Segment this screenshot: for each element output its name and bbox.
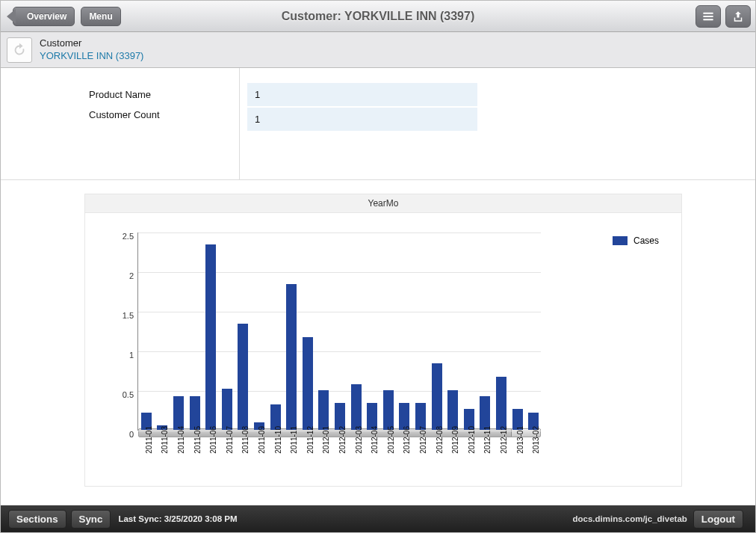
chart-bar[interactable] [222, 389, 232, 430]
chart-xtick: 2013-02 [532, 426, 540, 454]
hamburger-icon[interactable] [695, 5, 721, 28]
info-label: Product Name [89, 89, 224, 100]
chart-gridline [138, 351, 541, 352]
chart-xtick: 2011-01 [145, 426, 153, 454]
chart-plot: 00.511.522.52011-012011-032011-042011-05… [137, 232, 541, 431]
customer-header: Customer YORKVILLE INN (3397) [1, 32, 755, 68]
chart-xtick: 2012-07 [419, 426, 427, 454]
svg-rect-2 [703, 19, 713, 20]
chart-title: YearMo [85, 194, 681, 213]
chart-xtick: 2011-03 [161, 426, 169, 454]
svg-rect-1 [703, 16, 713, 17]
chart-ytick: 2.5 [113, 232, 134, 241]
chart-xtick: 2012-08 [436, 426, 444, 454]
customer-link[interactable]: YORKVILLE INN (3397) [40, 50, 143, 62]
share-icon[interactable] [725, 5, 751, 28]
info-value: 1 [247, 83, 477, 106]
chart-xtick: 2012-05 [387, 426, 395, 454]
chart-ytick: 2 [113, 271, 134, 280]
legend-label: Cases [633, 235, 659, 246]
svg-rect-0 [703, 12, 713, 13]
logout-button[interactable]: Logout [693, 510, 743, 529]
chart-bar[interactable] [286, 284, 297, 430]
customer-label: Customer [40, 37, 143, 49]
chart-bar[interactable] [238, 324, 248, 430]
chart-gridline [138, 391, 541, 392]
chart-bar[interactable] [318, 390, 329, 430]
chart-bar[interactable] [383, 390, 394, 430]
chart-xtick: 2011-04 [177, 426, 185, 454]
chart-xtick: 2011-08 [241, 426, 250, 454]
chart-ytick: 1 [113, 351, 134, 360]
chart-xtick: 2013-01 [516, 426, 524, 454]
chart-xtick: 2011-11 [290, 426, 298, 454]
chart-xtick: 2012-10 [468, 426, 476, 454]
info-label: Customer Count [89, 109, 224, 120]
menu-button[interactable]: Menu [81, 7, 120, 26]
info-panel: Product Name Customer Count 1 1 [1, 68, 755, 180]
bottom-bar: Sections Sync Last Sync: 3/25/2020 3:08 … [1, 505, 755, 532]
refresh-icon[interactable] [7, 37, 32, 63]
info-value: 1 [247, 108, 477, 131]
sync-status: Last Sync: 3/25/2020 3:08 PM [118, 514, 237, 523]
chart-gridline [138, 232, 541, 233]
sections-button[interactable]: Sections [8, 510, 66, 529]
overview-back-button[interactable]: Overview [13, 7, 75, 26]
top-bar: Overview Menu Customer: YORKVILLE INN (3… [1, 1, 755, 32]
chart-xtick: 2011-07 [226, 426, 234, 454]
chart-bar[interactable] [447, 390, 458, 430]
chart-xtick: 2012-09 [451, 426, 459, 454]
chart-ytick: 1.5 [113, 311, 134, 320]
chart-bar[interactable] [351, 384, 362, 430]
chart-bar[interactable] [190, 396, 200, 430]
chart-bar[interactable] [173, 396, 184, 430]
chart-gridline [138, 312, 541, 312]
chart-bar[interactable] [432, 363, 442, 430]
chart-xtick: 2012-12 [500, 426, 508, 454]
chart-legend: Cases [613, 235, 659, 246]
chart-bar[interactable] [496, 377, 506, 430]
page-title: Customer: YORKVILLE INN (3397) [282, 10, 474, 23]
chart-xtick: 2011-09 [258, 426, 266, 454]
chart-card: YearMo 00.511.522.52011-012011-032011-04… [84, 194, 682, 487]
chart-xtick: 2011-12 [306, 426, 315, 454]
chart-bar[interactable] [480, 396, 490, 430]
chart-xtick: 2012-04 [371, 426, 379, 454]
legend-swatch [613, 236, 628, 245]
chart-xtick: 2011-06 [209, 426, 217, 454]
chart-bar[interactable] [205, 244, 216, 430]
chart-xtick: 2012-02 [338, 426, 347, 454]
chart-xtick: 2012-06 [403, 426, 411, 454]
chart-ytick: 0.5 [113, 390, 134, 399]
chart-section: YearMo 00.511.522.52011-012011-032011-04… [1, 180, 755, 487]
chart-xtick: 2012-11 [483, 426, 492, 454]
server-path: docs.dimins.com/jc_divetab [572, 514, 687, 523]
chart-xtick: 2012-01 [322, 426, 330, 454]
chart-xtick: 2011-05 [193, 426, 202, 454]
chart-xtick: 2011-10 [274, 426, 282, 454]
chart-gridline [138, 272, 541, 273]
chart-ytick: 0 [113, 430, 134, 439]
chart-xtick: 2012-03 [355, 426, 363, 454]
sync-button[interactable]: Sync [71, 510, 111, 529]
chart-bar[interactable] [303, 337, 313, 430]
